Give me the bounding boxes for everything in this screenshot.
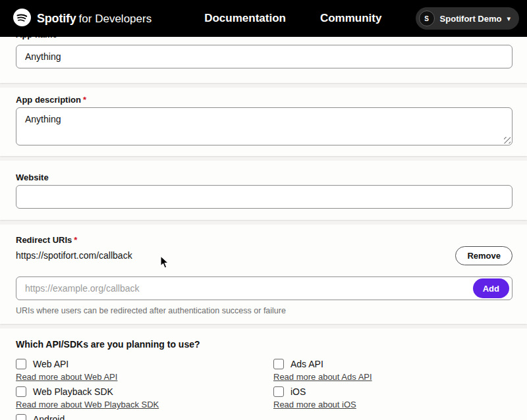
read-more-ios-link[interactable]: Read more about iOS [273, 400, 356, 409]
app-description-label: App description [16, 95, 81, 105]
api-option-web-api: Web API Read more about Web API [16, 358, 273, 386]
redirect-uris-section: Redirect URIs * https://spotifort.com/ca… [0, 224, 527, 324]
checkbox-label: Web API [33, 359, 69, 369]
brand-name: Spotify [37, 12, 76, 25]
app-name-label: App name [16, 37, 57, 39]
account-name: Spotifort Demo [440, 14, 502, 24]
website-input[interactable] [16, 185, 513, 209]
checkbox-label: Ads API [291, 359, 323, 369]
api-sdk-question: Which API/SDKs are you planning to use? [0, 328, 527, 350]
redirect-uri-value: https://spotifort.com/callback [16, 250, 132, 261]
chevron-down-icon: ▾ [507, 14, 511, 23]
spotify-logo-icon [13, 9, 31, 29]
add-uri-row: Add [16, 276, 513, 300]
required-asterisk: * [83, 95, 86, 105]
checkbox-web-api[interactable] [16, 359, 26, 369]
checkbox-label: Android [33, 414, 65, 420]
checkbox-ios[interactable] [273, 386, 284, 397]
checkbox-android[interactable] [16, 414, 26, 420]
redirect-uri-row: https://spotifort.com/callback Remove [16, 246, 513, 265]
api-option-web-playback-sdk: Web Playback SDK Read more about Web Pla… [16, 386, 273, 413]
redirect-uris-helper-text: URIs where users can be redirected after… [16, 306, 286, 315]
api-option-ios: iOS Read more about iOS [273, 386, 527, 413]
header-nav: Documentation Community [204, 12, 381, 25]
remove-uri-button[interactable]: Remove [455, 246, 513, 265]
checkbox-row-web-api[interactable]: Web API [16, 358, 273, 370]
checkbox-row-android[interactable]: Android [16, 413, 273, 420]
api-option-ads-api: Ads API Read more about Ads API [273, 358, 527, 386]
redirect-uris-label: Redirect URIs [16, 235, 72, 245]
checkbox-web-playback-sdk[interactable] [16, 386, 26, 397]
read-more-web-playback-sdk-link[interactable]: Read more about Web Playback SDK [16, 400, 159, 409]
read-more-web-api-link[interactable]: Read more about Web API [16, 372, 117, 382]
app-name-label-clipped: App name * [16, 37, 63, 40]
spotify-developers-logo[interactable]: Spotifyfor Developers [13, 9, 152, 29]
app-name-section: App name * [0, 37, 527, 83]
checkbox-ads-api[interactable] [273, 359, 284, 369]
checkbox-label: Web Playback SDK [33, 386, 113, 397]
top-navigation-bar: Spotifyfor Developers Documentation Comm… [0, 0, 527, 37]
api-option-android: Android [16, 413, 273, 420]
app-name-input[interactable] [16, 45, 513, 68]
api-sdk-section: Which API/SDKs are you planning to use? … [0, 328, 527, 420]
brand-suffix: for Developers [79, 13, 152, 25]
required-asterisk: * [74, 235, 77, 245]
checkbox-row-ios[interactable]: iOS [273, 386, 527, 398]
nav-community[interactable]: Community [320, 12, 382, 25]
website-section: Website [0, 161, 527, 220]
avatar: S [419, 11, 435, 26]
website-label: Website [16, 172, 49, 182]
app-description-section: App description * Anything [0, 88, 527, 156]
checkbox-label: iOS [291, 386, 306, 397]
read-more-ads-api-link[interactable]: Read more about Ads API [273, 372, 372, 382]
nav-documentation[interactable]: Documentation [204, 12, 286, 25]
add-uri-button[interactable]: Add [473, 278, 509, 298]
checkbox-row-web-playback-sdk[interactable]: Web Playback SDK [16, 386, 273, 398]
required-asterisk: * [59, 37, 63, 39]
checkbox-row-ads-api[interactable]: Ads API [273, 358, 527, 370]
new-redirect-uri-input[interactable] [16, 276, 513, 300]
app-settings-page: Spotifyfor Developers Documentation Comm… [0, 0, 527, 420]
account-menu-button[interactable]: S Spotifort Demo ▾ [416, 7, 519, 30]
api-options-grid: Web API Read more about Web API Ads API … [0, 350, 527, 420]
app-description-textarea[interactable]: Anything [16, 107, 513, 145]
